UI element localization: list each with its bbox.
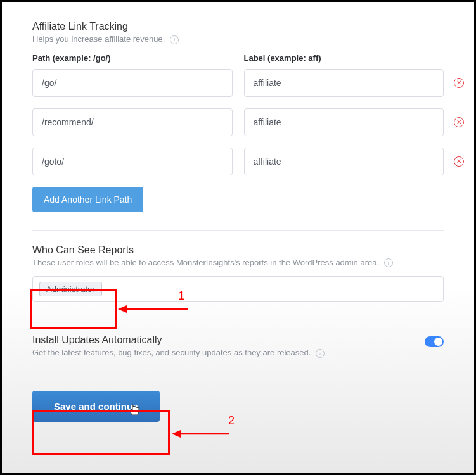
updates-title: Install Updates Automatically	[32, 334, 325, 346]
arrow-2	[172, 428, 232, 440]
label-input[interactable]	[244, 148, 444, 175]
info-icon[interactable]: i	[170, 35, 179, 44]
roles-select[interactable]: Administrator	[32, 276, 444, 302]
reports-title: Who Can See Reports	[32, 244, 444, 256]
path-input[interactable]	[32, 108, 233, 136]
info-icon[interactable]: i	[384, 258, 393, 267]
link-row: ✕	[32, 108, 444, 136]
divider	[32, 230, 444, 231]
remove-icon[interactable]: ✕	[454, 78, 464, 88]
svg-marker-1	[118, 305, 127, 313]
affiliate-title: Affiliate Link Tracking	[32, 21, 444, 32]
label-header: Label (example: aff)	[244, 53, 444, 63]
save-continue-button[interactable]: Save and continue	[32, 391, 160, 422]
reports-desc: These user roles will be able to access …	[32, 258, 444, 268]
role-tag[interactable]: Administrator	[39, 282, 102, 296]
updates-desc: Get the latest features, bug fixes, and …	[32, 348, 325, 358]
affiliate-desc: Helps you increase affiliate revenue. i	[32, 34, 444, 44]
affiliate-section: Affiliate Link Tracking Helps you increa…	[32, 21, 444, 212]
annotation-label-2: 2	[228, 414, 235, 428]
updates-section: Install Updates Automatically Get the la…	[32, 334, 444, 367]
arrow-1	[118, 303, 191, 315]
path-input[interactable]	[32, 148, 233, 175]
path-input[interactable]	[32, 69, 233, 97]
remove-icon[interactable]: ✕	[454, 117, 464, 127]
updates-toggle[interactable]	[425, 336, 444, 347]
add-link-button[interactable]: Add Another Link Path	[32, 187, 143, 212]
path-header: Path (example: /go/)	[32, 53, 233, 63]
divider	[32, 320, 444, 320]
reports-section: Who Can See Reports These user roles wil…	[32, 244, 444, 303]
link-headers: Path (example: /go/) Label (example: aff…	[32, 53, 444, 63]
link-row: ✕	[32, 69, 444, 97]
svg-marker-3	[172, 430, 181, 438]
label-input[interactable]	[244, 108, 444, 136]
label-input[interactable]	[244, 69, 444, 97]
remove-icon[interactable]: ✕	[454, 156, 464, 167]
info-icon[interactable]: i	[316, 349, 325, 358]
link-row: ✕	[32, 148, 444, 175]
